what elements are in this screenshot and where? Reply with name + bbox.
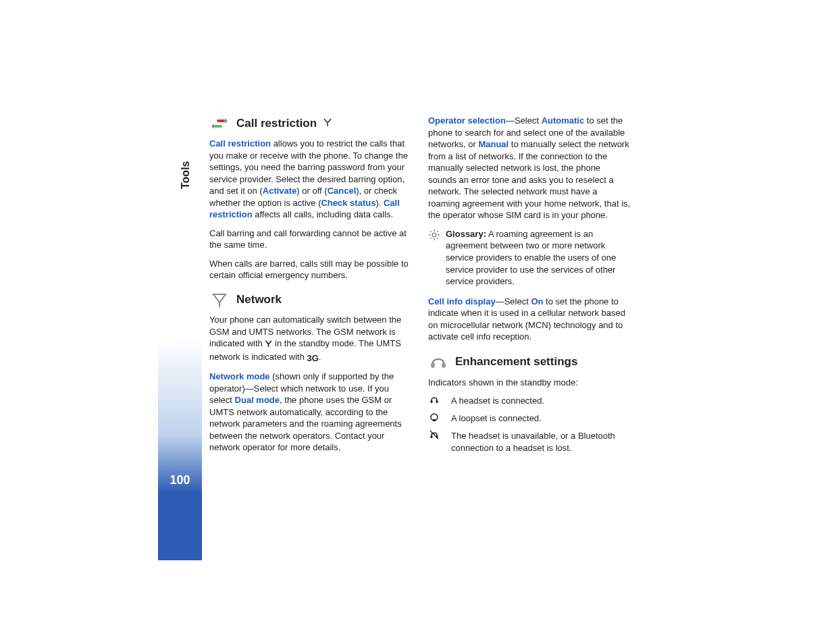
glossary-label: Glossary: bbox=[446, 229, 486, 239]
glossary-box: Glossary: A roaming agreement is an agre… bbox=[428, 228, 631, 288]
headset-icon bbox=[428, 354, 448, 371]
operator-selection-desc: Operator selection—Select Automatic to s… bbox=[428, 115, 631, 221]
svg-line-10 bbox=[437, 231, 438, 232]
indicator-row: A headset is connected. bbox=[428, 395, 631, 407]
glossary-icon bbox=[428, 228, 440, 288]
heading-text: Network bbox=[236, 292, 282, 308]
link-network-mode: Network mode bbox=[209, 371, 270, 381]
indicator-text: A loopset is connected. bbox=[451, 412, 542, 425]
left-column: Call restriction Call restriction allows… bbox=[209, 115, 412, 460]
antenna-icon bbox=[323, 117, 332, 130]
svg-rect-1 bbox=[217, 119, 225, 122]
heading-network: Network bbox=[209, 291, 412, 308]
headset-unavailable-icon bbox=[428, 430, 440, 454]
link-check-status: Check status bbox=[321, 198, 375, 208]
indicator-list: A headset is connected. A loopset is con… bbox=[428, 395, 631, 454]
heading-enhancement-settings: Enhancement settings bbox=[428, 354, 631, 371]
svg-line-9 bbox=[437, 238, 438, 239]
indicator-row: The headset is unavailable, or a Bluetoo… bbox=[428, 430, 631, 454]
antenna-icon bbox=[265, 339, 272, 351]
right-column: Operator selection—Select Automatic to s… bbox=[428, 115, 631, 460]
indicator-text: The headset is unavailable, or a Bluetoo… bbox=[451, 430, 631, 454]
content-columns: Call restriction Call restriction allows… bbox=[209, 115, 834, 460]
link-operator-selection: Operator selection bbox=[428, 115, 506, 126]
link-activate: Activate bbox=[263, 186, 297, 196]
link-call-restriction: Call restriction bbox=[209, 138, 271, 149]
svg-point-13 bbox=[442, 363, 446, 368]
network-icon bbox=[209, 291, 230, 308]
barring-forwarding-note: Call barring and call forwarding cannot … bbox=[209, 227, 412, 251]
link-cell-info-display: Cell info display bbox=[428, 296, 496, 306]
call-restriction-desc: Call restriction allows you to restrict … bbox=[209, 138, 412, 221]
page-number: 100 bbox=[158, 473, 202, 487]
svg-point-3 bbox=[432, 233, 436, 237]
svg-point-12 bbox=[431, 363, 435, 368]
3g-icon: 3G bbox=[307, 352, 319, 365]
loopset-connected-icon bbox=[428, 412, 440, 425]
section-label: Tools bbox=[180, 161, 192, 189]
glossary-text: Glossary: A roaming agreement is an agre… bbox=[446, 228, 631, 288]
svg-rect-18 bbox=[431, 435, 433, 438]
link-on: On bbox=[531, 296, 543, 306]
indicator-row: A loopset is connected. bbox=[428, 412, 631, 425]
network-desc: Your phone can automatically switch betw… bbox=[209, 314, 412, 364]
heading-text: Enhancement settings bbox=[455, 354, 577, 370]
cell-info-desc: Cell info display—Select On to set the p… bbox=[428, 296, 631, 343]
svg-rect-14 bbox=[431, 400, 433, 403]
network-mode-desc: Network mode (shown only if supported by… bbox=[209, 371, 412, 454]
svg-line-8 bbox=[430, 231, 432, 232]
link-automatic: Automatic bbox=[542, 115, 585, 126]
indicators-intro: Indicators shown in the standby mode: bbox=[428, 377, 631, 389]
call-restriction-icon bbox=[209, 115, 230, 132]
emergency-note: When calls are barred, calls still may b… bbox=[209, 258, 412, 281]
svg-rect-0 bbox=[214, 125, 222, 128]
link-manual: Manual bbox=[478, 139, 509, 149]
link-cancel: Cancel bbox=[328, 186, 357, 196]
manual-page: Tools 100 Call restriction bbox=[159, 115, 834, 587]
indicator-text: A headset is connected. bbox=[451, 395, 544, 407]
heading-call-restriction: Call restriction bbox=[209, 115, 412, 132]
sidebar: Tools 100 bbox=[158, 115, 202, 560]
headset-connected-icon bbox=[428, 395, 440, 407]
link-dual-mode: Dual mode bbox=[235, 395, 280, 405]
svg-line-11 bbox=[430, 238, 432, 239]
svg-rect-17 bbox=[433, 419, 436, 421]
svg-rect-15 bbox=[436, 400, 438, 403]
heading-text: Call restriction bbox=[236, 116, 317, 132]
